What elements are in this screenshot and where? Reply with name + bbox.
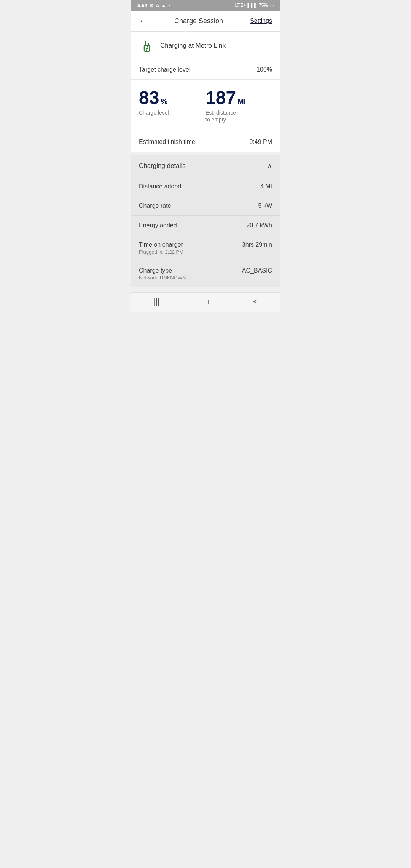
charge-level-label: Charge level <box>139 109 206 116</box>
tesla-icon: ⌾ <box>156 3 159 8</box>
status-left: 5:52 ⊙ ⌾ ▲ • <box>137 3 170 8</box>
charge-rate-label: Charge rate <box>139 203 171 209</box>
estimated-finish-row: Estimated finish time 9:49 PM <box>131 132 280 152</box>
estimated-finish-label: Estimated finish time <box>139 139 195 145</box>
energy-added-label: Energy added <box>139 222 177 229</box>
chevron-up-icon: ∧ <box>267 162 272 170</box>
charging-location-card: Charging at Metro Link Target charge lev… <box>131 32 280 152</box>
settings-link[interactable]: Settings <box>250 18 272 24</box>
target-charge-label: Target charge level <box>139 66 190 73</box>
time-on-charger-label-group: Time on charger Plugged in: 2:22 PM <box>139 241 183 255</box>
charge-level-number: 83% <box>139 89 206 107</box>
charging-details-toggle[interactable]: Charging details ∧ <box>131 155 280 177</box>
charging-details-label: Charging details <box>139 162 186 170</box>
distance-added-row: Distance added 4 MI <box>131 177 280 196</box>
time-on-charger-label: Time on charger <box>139 241 183 248</box>
back-button[interactable]: ← <box>139 16 147 26</box>
home-button[interactable]: □ <box>204 297 209 306</box>
energy-added-row: Energy added 20.7 kWh <box>131 216 280 235</box>
bottom-navigation: ||| □ < <box>131 292 280 312</box>
charge-type-label-group: Charge type Network: UNKNOWN <box>139 267 186 281</box>
distance-added-value: 4 MI <box>260 183 272 190</box>
charge-rate-row: Charge rate 5 kW <box>131 196 280 216</box>
charging-location-text: Charging at Metro Link <box>160 42 226 49</box>
svg-rect-0 <box>144 45 150 51</box>
charge-type-value: AC_BASIC <box>242 267 272 274</box>
page-title: Charge Session <box>174 17 223 25</box>
target-charge-row: Target charge level 100% <box>131 60 280 80</box>
energy-added-value: 20.7 kWh <box>246 222 272 229</box>
battery-icon: ▭ <box>269 3 274 8</box>
charging-details-section: Charging details ∧ Distance added 4 MI C… <box>131 155 280 287</box>
sync-icon: ⊙ <box>150 3 154 8</box>
time-on-charger-row: Time on charger Plugged in: 2:22 PM 3hrs… <box>131 235 280 261</box>
charge-type-sublabel: Network: UNKNOWN <box>139 275 186 281</box>
charging-location-row: Charging at Metro Link <box>131 32 280 60</box>
distance-number: 187MI <box>206 89 272 107</box>
charge-type-row: Charge type Network: UNKNOWN AC_BASIC <box>131 261 280 287</box>
header: ← Charge Session Settings <box>131 11 280 32</box>
charge-level-unit: % <box>161 97 167 105</box>
status-time: 5:52 <box>137 3 147 8</box>
recent-apps-button[interactable]: ||| <box>153 297 159 306</box>
charge-level-value: 83 <box>139 89 159 107</box>
status-right: LTE+ ▌▌▌ 75% ▭ <box>235 3 274 8</box>
distance-added-label: Distance added <box>139 183 181 190</box>
battery-label: 75% <box>259 3 268 8</box>
wifi-icon: ▲ <box>161 3 166 8</box>
estimated-finish-value: 9:49 PM <box>249 139 272 145</box>
lte-label: LTE+ <box>235 3 246 8</box>
charge-level-stat: 83% Charge level <box>139 89 206 123</box>
status-bar: 5:52 ⊙ ⌾ ▲ • LTE+ ▌▌▌ 75% ▭ <box>131 0 280 11</box>
dot-icon: • <box>169 3 170 8</box>
distance-unit: MI <box>237 97 246 105</box>
distance-value: 187 <box>206 89 236 107</box>
distance-label: Est. distanceto empty <box>206 109 272 123</box>
target-charge-value: 100% <box>256 66 272 73</box>
signal-bars-icon: ▌▌▌ <box>247 3 257 8</box>
main-content: Charging at Metro Link Target charge lev… <box>131 32 280 292</box>
distance-stat: 187MI Est. distanceto empty <box>206 89 272 123</box>
charge-rate-value: 5 kW <box>258 203 272 209</box>
charging-plug-icon <box>139 38 155 54</box>
distance-added-label-group: Distance added <box>139 183 181 190</box>
energy-added-label-group: Energy added <box>139 222 177 229</box>
charge-type-label: Charge type <box>139 267 186 274</box>
time-on-charger-sublabel: Plugged in: 2:22 PM <box>139 249 183 255</box>
stats-section: 83% Charge level 187MI Est. distanceto e… <box>131 80 280 132</box>
charge-rate-label-group: Charge rate <box>139 203 171 209</box>
back-nav-button[interactable]: < <box>253 297 258 306</box>
time-on-charger-value: 3hrs 29min <box>242 241 272 248</box>
